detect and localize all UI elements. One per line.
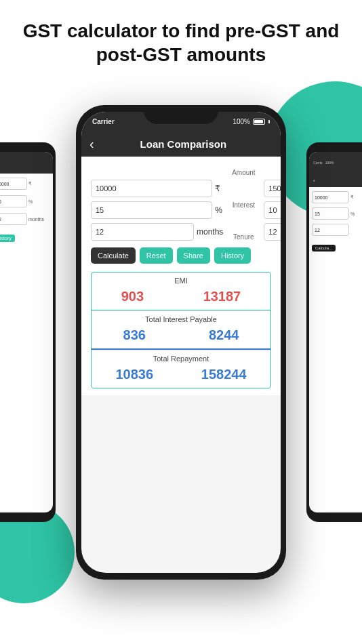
phone-right-amount-input	[312, 191, 349, 203]
total-interest-value2: 8244	[209, 327, 239, 343]
total-repayment-values: 10836 158244	[92, 365, 270, 388]
phone-right-interest-unit: %	[350, 212, 355, 216]
nav-title: Loan Comparison	[94, 138, 273, 150]
loan1-amount-row: ₹	[91, 180, 223, 197]
emi-row: EMI 903 13187	[92, 273, 270, 311]
loan2-tenure-input[interactable]	[264, 223, 281, 241]
phone-right-calc-btn: Calcula...	[312, 245, 336, 251]
total-repayment-value1: 10836	[115, 367, 153, 382]
loan2-amount-row: ₹	[264, 180, 281, 197]
phone-right-battery: 100%	[325, 161, 334, 165]
total-repayment-value2: 158244	[201, 367, 247, 382]
phone-screen: Carrier 100% ‹ Loan Comparison ₹	[81, 112, 281, 573]
total-interest-label: Total Interest Payable	[92, 311, 270, 325]
phone-right-carrier: Carrie	[313, 161, 323, 165]
total-interest-row: Total Interest Payable 836 8244	[92, 311, 270, 350]
phone-left-amount-unit: ₹	[28, 181, 31, 186]
blue-divider	[92, 348, 270, 350]
phone-left-interest-unit: %	[28, 199, 33, 204]
phone-right-amount-unit: ₹	[350, 195, 353, 200]
phone-left: ₹ % months History	[0, 142, 56, 522]
phone-left-interest-input	[0, 195, 27, 207]
phone-notch	[144, 105, 218, 124]
field-labels: Amount Interest Tenure	[230, 166, 257, 241]
loan1-interest-unit: %	[215, 205, 223, 215]
loan2-inputs: ₹ % months	[264, 166, 281, 241]
phone-right: Carrie 100% ‹ ₹ % Calcula...	[306, 142, 362, 522]
battery-tip-icon	[268, 120, 270, 123]
phone-right-tenure-input	[312, 224, 349, 236]
battery-icon	[253, 119, 265, 125]
loan1-interest-row: %	[91, 201, 223, 219]
loan1-tenure-unit: months	[197, 227, 223, 237]
emi-value1: 903	[121, 289, 144, 304]
loan2-interest-row: %	[264, 201, 281, 219]
share-button[interactable]: Share	[177, 247, 210, 264]
phone-left-amount-input	[0, 178, 27, 190]
phone-left-history-btn: History	[0, 235, 15, 242]
amount-label-spacer2	[264, 166, 281, 176]
loan1-interest-input[interactable]	[91, 201, 212, 219]
tenure-label: Tenure	[230, 229, 257, 241]
phone-left-tenure-unit: months	[28, 217, 44, 222]
loan2-amount-input[interactable]	[264, 180, 281, 197]
loan1-inputs: ₹ % months	[91, 166, 223, 241]
phone-main: Carrier 100% ‹ Loan Comparison ₹	[76, 105, 286, 580]
page-header: GST calculator to find pre-GST and post-…	[0, 19, 362, 66]
total-interest-values: 836 8244	[92, 325, 270, 348]
input-section: ₹ % months Amount Interest Tenure	[91, 166, 271, 241]
loan1-tenure-row: months	[91, 223, 223, 241]
emi-values: 903 13187	[92, 287, 270, 310]
battery-percentage: 100%	[233, 118, 250, 125]
amount-label-spacer	[91, 166, 223, 176]
interest-label: Interest	[230, 197, 257, 209]
results-section: EMI 903 13187 Total Interest Payable 836…	[91, 272, 271, 388]
loan1-tenure-input[interactable]	[91, 223, 194, 241]
nav-bar: ‹ Loan Comparison	[81, 131, 281, 157]
total-interest-value1: 836	[123, 327, 146, 343]
loan2-interest-input[interactable]	[264, 201, 281, 219]
carrier-label: Carrier	[92, 118, 115, 125]
total-repayment-row: Total Repayment 10836 158244	[92, 350, 270, 388]
app-content: ₹ % months Amount Interest Tenure	[81, 157, 281, 395]
emi-value2: 13187	[203, 289, 241, 304]
back-button[interactable]: ‹	[89, 137, 94, 150]
history-button[interactable]: History	[214, 247, 251, 264]
calculate-button[interactable]: Calculate	[91, 247, 136, 264]
amount-label: Amount	[230, 166, 257, 176]
reset-button[interactable]: Reset	[140, 247, 173, 264]
phone-left-tenure-input	[0, 213, 27, 225]
loan1-amount-unit: ₹	[215, 184, 223, 193]
loan2-tenure-row: months	[264, 223, 281, 241]
loan1-amount-input[interactable]	[91, 180, 212, 197]
emi-label: EMI	[92, 273, 270, 287]
phone-right-interest-input	[312, 207, 349, 220]
button-row: Calculate Reset Share History	[91, 247, 271, 264]
total-repayment-label: Total Repayment	[92, 350, 270, 365]
battery-indicator: 100%	[233, 118, 270, 125]
